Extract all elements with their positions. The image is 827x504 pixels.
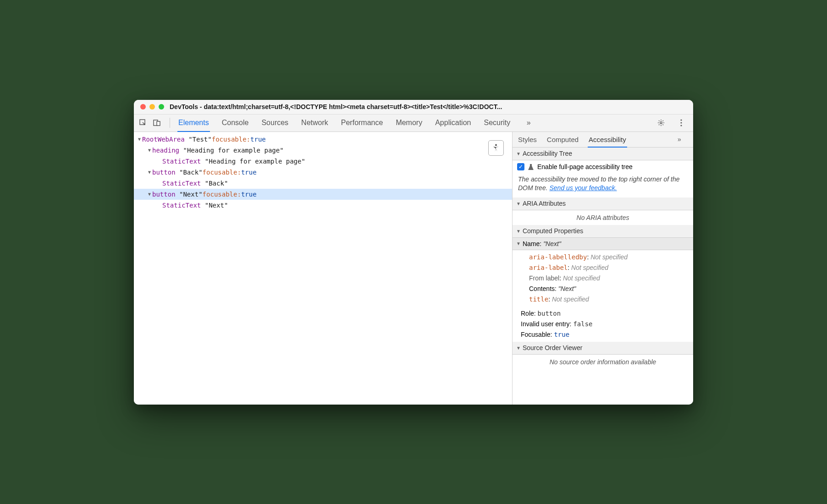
main-content: ▼ RootWebArea "Test" focusable: true▼ he… <box>134 132 693 405</box>
a11y-hint: The accessibility tree moved to the top … <box>513 173 693 197</box>
svg-point-3 <box>660 122 662 124</box>
other-properties: Role: button Invalid user entry: false F… <box>513 307 693 342</box>
prop-focusable: Focusable: true <box>513 329 693 340</box>
tab-accessibility[interactable]: Accessibility <box>589 132 626 147</box>
accessibility-icon[interactable] <box>488 140 504 156</box>
tab-computed[interactable]: Computed <box>547 132 579 147</box>
tab-styles[interactable]: Styles <box>518 132 537 147</box>
computed-prop: aria-labelledby: Not specified <box>513 252 693 263</box>
checkbox-label: Enable full-page accessibility tree <box>537 163 633 170</box>
tree-row[interactable]: StaticText "Heading for example page" <box>134 156 512 167</box>
enable-fullpage-checkbox[interactable]: ✓ Enable full-page accessibility tree <box>513 160 693 173</box>
name-group: ▼Name: "Next" <box>513 238 693 250</box>
inspect-icon[interactable] <box>138 117 149 128</box>
device-icon[interactable] <box>151 117 162 128</box>
tab-security[interactable]: Security <box>484 115 510 131</box>
minimize-icon[interactable] <box>149 104 155 110</box>
more-tabs-icon[interactable]: » <box>674 134 685 145</box>
computed-prop: aria-label: Not specified <box>513 263 693 273</box>
tree-row[interactable]: ▼ button "Back" focusable: true <box>134 167 512 178</box>
devtools-window: DevTools - data:text/html;charset=utf-8,… <box>134 100 693 405</box>
titlebar: DevTools - data:text/html;charset=utf-8,… <box>134 100 693 115</box>
window-title: DevTools - data:text/html;charset=utf-8,… <box>170 103 687 110</box>
checkbox-checked-icon: ✓ <box>517 163 524 170</box>
svg-point-6 <box>680 125 682 126</box>
separator <box>170 118 170 128</box>
section-source-order[interactable]: ▼Source Order Viewer <box>513 342 693 355</box>
main-toolbar: Elements Console Sources Network Perform… <box>134 115 693 132</box>
kebab-icon[interactable] <box>676 117 687 128</box>
tab-memory[interactable]: Memory <box>396 115 422 131</box>
svg-point-4 <box>680 119 682 121</box>
tab-console[interactable]: Console <box>222 115 249 131</box>
tab-elements[interactable]: Elements <box>178 115 209 131</box>
tab-sources[interactable]: Sources <box>261 115 288 131</box>
aria-empty: No ARIA attributes <box>513 210 693 225</box>
main-tabs: Elements Console Sources Network Perform… <box>175 115 656 131</box>
expand-arrow-icon[interactable]: ▼ <box>147 192 152 197</box>
expand-arrow-icon[interactable]: ▼ <box>147 148 152 153</box>
maximize-icon[interactable] <box>159 104 164 110</box>
tree-row[interactable]: ▼ RootWebArea "Test" focusable: true <box>134 134 512 145</box>
accessibility-tree-panel: ▼ RootWebArea "Test" focusable: true▼ he… <box>134 132 512 405</box>
prop-role: Role: button <box>513 308 693 319</box>
tree-row[interactable]: StaticText "Next" <box>134 200 512 211</box>
svg-point-7 <box>495 144 497 146</box>
section-computed[interactable]: ▼Computed Properties <box>513 225 693 238</box>
name-header[interactable]: ▼Name: "Next" <box>513 238 693 250</box>
tab-network[interactable]: Network <box>301 115 328 131</box>
name-properties: aria-labelledby: Not specifiedaria-label… <box>513 250 693 307</box>
tree-row[interactable]: ▼ heading "Heading for example page" <box>134 145 512 156</box>
computed-prop: title: Not specified <box>513 294 693 305</box>
section-aria[interactable]: ▼ARIA Attributes <box>513 197 693 210</box>
computed-prop: From label: Not specified <box>513 273 693 284</box>
expand-arrow-icon[interactable]: ▼ <box>137 137 142 142</box>
flask-icon <box>528 164 534 170</box>
tab-application[interactable]: Application <box>435 115 471 131</box>
tree-row[interactable]: ▼ button "Next" focusable: true <box>134 189 512 200</box>
feedback-link[interactable]: Send us your feedback. <box>549 184 617 192</box>
more-tabs-icon[interactable]: » <box>523 117 534 128</box>
expand-arrow-icon[interactable]: ▼ <box>147 170 152 175</box>
toolbar-right <box>656 117 689 128</box>
sidebar-tabs: Styles Computed Accessibility » <box>513 132 693 148</box>
gear-icon[interactable] <box>656 117 667 128</box>
svg-point-5 <box>680 122 682 123</box>
source-empty: No source order information available <box>513 355 693 369</box>
prop-invalid: Invalid user entry: false <box>513 319 693 329</box>
section-a11y-tree[interactable]: ▼Accessibility Tree <box>513 148 693 160</box>
svg-rect-2 <box>157 121 160 126</box>
traffic-lights <box>140 104 164 110</box>
close-icon[interactable] <box>140 104 146 110</box>
sidebar-panel: Styles Computed Accessibility » ▼Accessi… <box>512 132 693 405</box>
tab-performance[interactable]: Performance <box>341 115 383 131</box>
computed-prop: Contents: "Next" <box>513 284 693 294</box>
tree-row[interactable]: StaticText "Back" <box>134 178 512 189</box>
